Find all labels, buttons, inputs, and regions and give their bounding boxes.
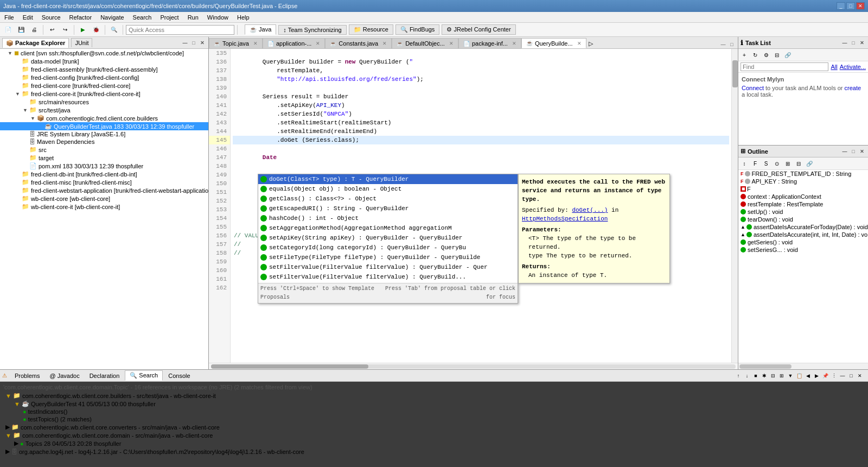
maximize-button[interactable]: □	[846, 2, 855, 10]
left-close-btn[interactable]: ✕	[199, 39, 206, 47]
outline-item-assertdate-accurate[interactable]: ▲ assertDateIsAccurate(int, int, Int, Da…	[738, 231, 868, 238]
task-collapse-btn[interactable]: ⊟	[772, 50, 782, 60]
tree-item-fred-db-int[interactable]: 📁 fred-client-db-int [trunk/fred-client-…	[0, 170, 208, 178]
task-list-maximize-btn[interactable]: □	[850, 39, 857, 47]
editor-minimize-btn[interactable]: —	[719, 41, 727, 48]
tree-item-querybuildertest[interactable]: ☕ QueryBuilderTest.java 183 30/03/13 12:…	[0, 122, 208, 130]
bottom-tab-javadoc[interactable]: @ Javadoc	[45, 371, 84, 380]
search-results-panel[interactable]: 'com.coherentlogic.wb.client.core.domain…	[0, 382, 868, 467]
outline-item-assertdate-today[interactable]: ▲ assertDateIsAccurateForToday(Date) : v…	[738, 223, 868, 231]
tree-item-src-test-java[interactable]: ▼ 📁 src/test/java	[0, 106, 208, 114]
search-result-testtopics[interactable]: ● testTopics() (2 matches)	[1, 415, 867, 423]
search-button[interactable]: 🔍	[108, 24, 120, 35]
search-collapse-btn[interactable]: ⊟	[769, 372, 777, 380]
menu-run[interactable]: Run	[183, 13, 203, 22]
outline-item-resttemplate[interactable]: restTemplate : RestTemplate	[738, 200, 868, 208]
left-minimize-btn[interactable]: —	[181, 39, 189, 47]
tab-close-default[interactable]: ✕	[449, 41, 454, 46]
outline-item-teardown[interactable]: tearDown() : void	[738, 216, 868, 223]
bottom-tab-declaration[interactable]: Declaration	[85, 371, 124, 380]
menu-refactor[interactable]: Refactor	[65, 13, 97, 22]
tree-item-client[interactable]: ▼ ◼ client [svn ssh:/thospfuller@svn.cod…	[0, 49, 208, 57]
perspective-jrebel[interactable]: ⚙ JRebel Config Center	[442, 24, 515, 35]
tree-item-data-model[interactable]: 📁 data-model [trunk]	[0, 57, 208, 65]
menu-source[interactable]: Source	[37, 13, 65, 22]
tab-junit[interactable]: JUnit	[71, 38, 92, 47]
task-list-minimize-btn[interactable]: —	[841, 39, 848, 47]
search-down-btn[interactable]: ↓	[743, 372, 751, 380]
bottom-close-btn[interactable]: ✕	[856, 372, 864, 380]
minimize-button[interactable]: _	[837, 2, 845, 10]
tree-item-wb-core[interactable]: 📁 wb-client-core [wb-client-core]	[0, 194, 208, 203]
menu-navigate[interactable]: Navigate	[96, 13, 128, 22]
menu-file[interactable]: File	[0, 13, 18, 22]
tab-package-explorer[interactable]: 📦 Package Explorer	[2, 38, 69, 48]
print-button[interactable]: 🖨	[28, 24, 40, 35]
tree-item-target[interactable]: 📁 target	[0, 154, 208, 162]
outline-close-btn[interactable]: ✕	[858, 148, 866, 155]
tree-item-fred-core-it[interactable]: ▼ 📁 fred-client-core-it [trunk/fred-clie…	[0, 90, 208, 98]
search-result-testindicators[interactable]: ● testIndicators()	[1, 408, 867, 415]
tree-item-fred-core[interactable]: 📁 fred-client-core [trunk/fred-client-co…	[0, 81, 208, 90]
tree-item-maven-deps[interactable]: 🗄 Maven Dependencies	[0, 138, 208, 146]
new-button[interactable]: 📄	[2, 24, 14, 35]
editor-maximize-btn[interactable]: □	[728, 41, 736, 48]
tree-item-jre[interactable]: 🗄 JRE System Library [JavaSE-1.6]	[0, 130, 208, 138]
tab-package-inf[interactable]: 📄 package-inf... ✕	[458, 38, 521, 48]
tree-item-fred-config[interactable]: 📁 fred-client-config [trunk/fred-client-…	[0, 73, 208, 81]
outline-tree[interactable]: F FRED_REST_TEMPLATE_ID : String F API_K…	[738, 170, 868, 363]
task-list-close-btn[interactable]: ✕	[858, 39, 866, 47]
outline-minimize-btn[interactable]: —	[841, 148, 848, 155]
tree-item-fred-misc[interactable]: 📁 fred-client-misc [trunk/fred-client-mi…	[0, 178, 208, 186]
search-group-2[interactable]: ▶ 📁 com.coherentlogic.wb.client.core.con…	[1, 423, 867, 431]
bottom-tab-search[interactable]: 🔍 Search	[125, 370, 163, 381]
tab-close-topic[interactable]: ✕	[253, 41, 258, 46]
javadoc-spec-link[interactable]: HttpMethodsSpecification	[522, 216, 608, 222]
outline-hide-static-btn[interactable]: S	[761, 159, 771, 168]
menu-project[interactable]: Project	[156, 13, 183, 22]
editor-vertical-scrollbar[interactable]	[731, 49, 738, 363]
search-new-btn[interactable]: ✱	[761, 372, 768, 380]
tab-constants-java[interactable]: ☕ Constants.java ✕	[325, 38, 392, 48]
perspective-findbugs[interactable]: 🔍 FindBugs	[395, 24, 440, 35]
outline-item-fred-template[interactable]: F FRED_REST_TEMPLATE_ID : String	[738, 170, 868, 178]
redo-button[interactable]: ↪	[59, 24, 71, 35]
outline-hide-fields-btn[interactable]: F	[750, 159, 760, 168]
search-filter-btn[interactable]: ▼	[787, 372, 794, 380]
outline-item-setseriesg[interactable]: setSeriesG... : void	[738, 246, 868, 254]
ac-item-setfiltervalue2[interactable]: setFilterValue(FilterValue filterValue) …	[258, 272, 518, 282]
quick-access-input[interactable]	[126, 25, 234, 35]
javadoc-doget-link[interactable]: doGet(...)	[572, 207, 608, 213]
search-options-btn[interactable]: ⋮	[830, 372, 838, 380]
save-button[interactable]: 💾	[15, 24, 27, 35]
debug-button[interactable]: 🐞	[90, 24, 102, 35]
tree-item-pom[interactable]: 📄 pom.xml 183 30/03/13 12:39 thospfuller	[0, 162, 208, 170]
menu-window[interactable]: Window	[203, 13, 233, 22]
ac-item-setaggregation[interactable]: setAggregationMethod(AggregationMethod a…	[258, 223, 518, 233]
create-link[interactable]: create	[845, 85, 861, 91]
bottom-minimize-btn[interactable]: —	[839, 372, 846, 380]
search-prev-btn[interactable]: ◀	[804, 372, 812, 380]
tab-application[interactable]: 📄 application-... ✕	[263, 38, 325, 48]
bottom-maximize-btn[interactable]: □	[847, 372, 855, 380]
search-group-4[interactable]: ▶ 🗄 org.apache.log4j.net - log4j-1.2.16.…	[1, 447, 867, 456]
tab-close-querybuilder[interactable]: ✕	[577, 41, 582, 46]
run-button[interactable]: ▶	[77, 24, 89, 35]
tree-item-fred-assembly[interactable]: 📁 fred-client-assembly [trunk/fred-clien…	[0, 65, 208, 73]
menu-search[interactable]: Search	[129, 13, 156, 22]
outline-hide-nonpub-btn[interactable]: ⊙	[772, 159, 782, 168]
task-activate-btn[interactable]: Activate...	[840, 64, 866, 70]
outline-item-setup[interactable]: setUp() : void	[738, 208, 868, 216]
perspective-java[interactable]: ☕ Java	[245, 24, 276, 35]
outline-maximize-btn[interactable]: □	[850, 148, 857, 155]
tab-defaultobject[interactable]: ☕ DefaultObjec... ✕	[392, 38, 458, 48]
ac-item-setapikey[interactable]: setApiKey(String apiKey) : QueryBuilder …	[258, 233, 518, 243]
bottom-tab-problems[interactable]: Problems	[10, 371, 44, 380]
ac-item-setcategoryid[interactable]: setCategoryId(long categoryId) : QueryBu…	[258, 243, 518, 253]
search-stop-btn[interactable]: ■	[752, 372, 760, 380]
outline-item-api-key[interactable]: F API_KEY : String	[738, 178, 868, 185]
tree-item-package-builders[interactable]: ▼ 📦 com.coherentlogic.fred.client.core.b…	[0, 114, 208, 122]
close-button[interactable]: ✕	[856, 2, 865, 10]
task-refresh-btn[interactable]: ↻	[750, 50, 760, 60]
bottom-tab-console[interactable]: Console	[164, 371, 194, 380]
